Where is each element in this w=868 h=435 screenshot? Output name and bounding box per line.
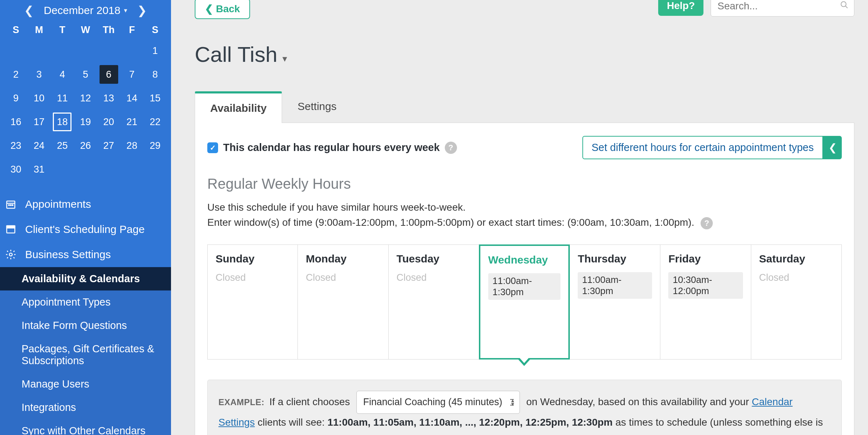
day-name: Monday <box>306 253 380 265</box>
sidebar-sub-item[interactable]: Packages, Gift Certificates & Subscripti… <box>0 337 171 372</box>
closed-label: Closed <box>397 272 471 283</box>
day-name: Friday <box>668 253 743 265</box>
day-column[interactable]: SaturdayClosed <box>751 244 842 360</box>
calendar-day[interactable]: 27 <box>97 137 120 154</box>
svg-point-8 <box>841 2 846 7</box>
calendar-dow: W <box>74 24 97 36</box>
availability-panel: ✓ This calendar has regular hours every … <box>195 123 854 435</box>
calendar-day[interactable]: 28 <box>120 137 144 154</box>
chevron-down-icon: ▾ <box>124 6 127 14</box>
sidebar-sub-item[interactable]: Appointment Types <box>0 290 171 314</box>
example-box: EXAMPLE: If a client chooses Financial C… <box>207 380 842 435</box>
day-name: Thursday <box>578 253 652 265</box>
tab-availability[interactable]: Availability <box>195 91 282 123</box>
calendar-day[interactable]: 8 <box>143 66 167 83</box>
calendar-day[interactable]: 2 <box>4 66 28 83</box>
search-icon <box>840 1 849 12</box>
search-box <box>711 0 854 17</box>
calendar-day[interactable]: 24 <box>28 137 51 154</box>
calendar-day[interactable]: 10 <box>28 90 51 107</box>
day-column[interactable]: MondayClosed <box>297 244 388 360</box>
calendar-day[interactable]: 4 <box>51 66 74 83</box>
calendar-day[interactable]: 13 <box>97 90 120 107</box>
help-icon[interactable]: ? <box>445 142 457 154</box>
calendar-day[interactable]: 9 <box>4 90 28 107</box>
calendar-day[interactable]: 15 <box>143 90 167 107</box>
day-column[interactable]: Thursday11:00am-1:30pm <box>569 244 660 360</box>
title-dropdown-icon[interactable]: ▾ <box>282 53 287 64</box>
calendar-day[interactable]: 22 <box>143 113 167 130</box>
selected-day-pointer-inner <box>519 357 530 363</box>
calendar-day[interactable]: 16 <box>4 113 28 130</box>
calendar-day[interactable]: 30 <box>4 161 28 178</box>
calendar-day[interactable]: 5 <box>74 66 97 83</box>
calendar-next-icon[interactable]: ❯ <box>134 3 151 18</box>
calendar-month-dropdown[interactable]: December 2018 ▾ <box>44 4 127 17</box>
nav-label: Client's Scheduling Page <box>25 223 145 235</box>
chevron-left-icon: ❮ <box>205 3 213 15</box>
day-name: Saturday <box>759 253 834 265</box>
day-column[interactable]: SundayClosed <box>207 244 298 360</box>
calendar-prev-icon[interactable]: ❮ <box>20 3 37 18</box>
calendar-day[interactable]: 17 <box>28 113 51 130</box>
day-column[interactable]: Wednesday11:00am-1:30pm <box>479 244 570 360</box>
different-hours-button[interactable]: Set different hours for certain appointm… <box>582 136 823 159</box>
gear-icon <box>4 249 18 260</box>
time-chip[interactable]: 11:00am-1:30pm <box>488 273 560 300</box>
day-column[interactable]: TuesdayClosed <box>388 244 479 360</box>
regular-hours-checkbox[interactable]: ✓ <box>207 142 218 153</box>
nav-appointments[interactable]: Appointments <box>0 192 171 217</box>
help-button[interactable]: Help? <box>658 0 703 16</box>
help-icon[interactable]: ? <box>701 217 713 229</box>
calendar-day[interactable]: 6 <box>97 66 120 83</box>
search-input[interactable] <box>711 0 854 17</box>
sidebar-sub-item[interactable]: Integrations <box>0 396 171 419</box>
tab-settings[interactable]: Settings <box>282 91 352 123</box>
mini-calendar-grid: SMTWThFS12345678910111213141516171819202… <box>0 24 171 184</box>
calendar-day[interactable]: 20 <box>97 113 120 130</box>
calendar-icon <box>4 199 18 210</box>
nav-client-page[interactable]: Client's Scheduling Page <box>0 217 171 242</box>
calendar-day[interactable]: 25 <box>51 137 74 154</box>
calendar-day[interactable]: 26 <box>74 137 97 154</box>
day-column[interactable]: Friday10:30am-12:00pm <box>660 244 751 360</box>
day-name: Sunday <box>216 253 290 265</box>
topbar-right: Help? <box>658 0 854 17</box>
time-chip[interactable]: 10:30am-12:00pm <box>668 272 743 299</box>
page-title: Call Tish <box>195 42 277 67</box>
calendar-day[interactable]: 19 <box>74 113 97 130</box>
nav-business-settings[interactable]: Business Settings <box>0 242 171 267</box>
calendar-day[interactable]: 1 <box>143 42 167 59</box>
closed-label: Closed <box>216 272 290 283</box>
desc-line-2: Enter window(s) of time (9:00am-12:00pm,… <box>207 217 694 228</box>
back-button[interactable]: ❮ Back <box>195 0 250 19</box>
calendar-dow: Th <box>97 24 120 36</box>
svg-point-4 <box>12 205 13 206</box>
calendar-dow: F <box>120 24 144 36</box>
sidebar-sub-item[interactable]: Manage Users <box>0 372 171 396</box>
sidebar-sub-item[interactable]: Sync with Other Calendars <box>0 419 171 435</box>
sidebar: ❮ December 2018 ▾ ❯ SMTWThFS123456789101… <box>0 0 171 435</box>
svg-point-3 <box>10 205 11 206</box>
calendar-day[interactable]: 12 <box>74 90 97 107</box>
calendar-day[interactable]: 11 <box>51 90 74 107</box>
calendar-day[interactable]: 21 <box>120 113 144 130</box>
calendar-day[interactable]: 31 <box>28 161 51 178</box>
calendar-day[interactable]: 3 <box>28 66 51 83</box>
page-title-row: Call Tish ▾ <box>195 42 854 67</box>
calendar-day[interactable]: 23 <box>4 137 28 154</box>
desc-line-1: Use this schedule if you have similar ho… <box>207 202 466 213</box>
day-name: Tuesday <box>397 253 471 265</box>
collapse-panel-button[interactable]: ❮ <box>823 136 842 159</box>
calendar-day[interactable]: 7 <box>120 66 144 83</box>
example-times: 11:00am, 11:05am, 11:10am, ..., 12:20pm,… <box>327 417 613 428</box>
sidebar-sub-item[interactable]: Availability & Calendars <box>0 267 171 290</box>
appointment-type-select[interactable]: Financial Coaching (45 minutes) ▲▼ <box>356 391 520 414</box>
sidebar-sub-item[interactable]: Intake Form Questions <box>0 314 171 337</box>
select-stepper-icon: ▲▼ <box>510 399 515 406</box>
time-chip[interactable]: 11:00am-1:30pm <box>578 272 652 299</box>
calendar-day[interactable]: 18 <box>51 113 74 130</box>
calendar-day[interactable]: 14 <box>120 90 144 107</box>
closed-label: Closed <box>759 272 834 283</box>
calendar-day[interactable]: 29 <box>143 137 167 154</box>
